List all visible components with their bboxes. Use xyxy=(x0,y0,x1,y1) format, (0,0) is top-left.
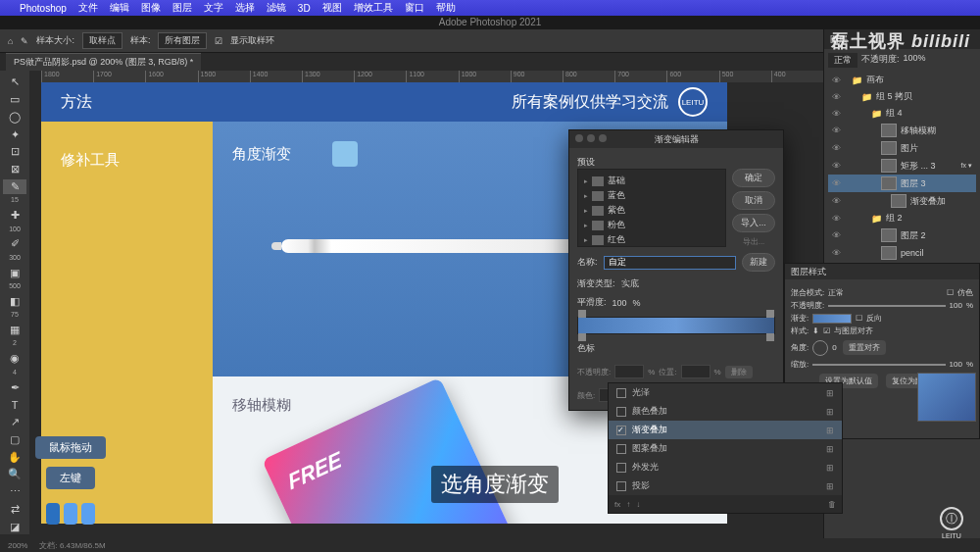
fx-add-icon[interactable]: ⊞ xyxy=(826,407,834,417)
sample-size-select[interactable]: 取样点 xyxy=(82,32,122,49)
layer-row[interactable]: 👁📁组 4 xyxy=(828,105,976,122)
opacity-stop[interactable] xyxy=(766,310,774,318)
zoom-level[interactable]: 200% xyxy=(8,541,27,550)
wand-tool-icon[interactable]: ✦ xyxy=(3,126,26,142)
ls-opacity[interactable]: 100 xyxy=(950,301,962,310)
visibility-icon[interactable]: 👁 xyxy=(832,92,844,102)
fx-checkbox[interactable] xyxy=(616,481,626,491)
fx-add-icon[interactable]: ⊞ xyxy=(826,444,834,454)
menu-view[interactable]: 视图 xyxy=(322,1,342,15)
minimize-icon[interactable] xyxy=(587,134,595,142)
menu-select[interactable]: 选择 xyxy=(235,1,255,15)
reset-align-button[interactable]: 重置对齐 xyxy=(843,340,886,355)
layer-row[interactable]: 👁pencil xyxy=(828,244,976,262)
preset-folder[interactable]: 基础 xyxy=(582,174,721,188)
brush-tool-icon[interactable]: ✐ xyxy=(3,236,26,252)
export-button[interactable]: 导出... xyxy=(732,236,775,247)
fx-checkbox[interactable] xyxy=(616,407,626,417)
fx-checkbox[interactable] xyxy=(616,444,626,454)
new-button[interactable]: 新建 xyxy=(742,253,775,272)
layer-row[interactable]: 👁📁画布 xyxy=(828,72,976,88)
path-tool-icon[interactable]: ↗ xyxy=(3,415,26,430)
eraser-tool-icon[interactable]: ◧ xyxy=(3,293,26,309)
visibility-icon[interactable]: 👁 xyxy=(832,109,844,119)
eyedropper-tool-icon[interactable]: ✎ xyxy=(3,179,26,195)
layer-row[interactable]: 👁矩形 ... 3fx ▾ xyxy=(828,157,976,175)
menu-image[interactable]: 图像 xyxy=(141,1,161,15)
visibility-icon[interactable]: 👁 xyxy=(832,196,844,206)
eyedropper-icon[interactable]: ✎ xyxy=(21,36,28,46)
more-tool-icon[interactable]: ⋯ xyxy=(3,484,26,500)
fx-icon[interactable]: fx xyxy=(614,500,620,509)
fx-item[interactable]: 颜色叠加⊞ xyxy=(609,402,842,421)
blend-select[interactable]: 正常 xyxy=(828,287,844,298)
layer-row[interactable]: 👁图层 3 xyxy=(828,175,976,192)
fx-add-icon[interactable]: ⊞ xyxy=(826,426,834,435)
stop-position-input[interactable] xyxy=(681,365,710,378)
visibility-icon[interactable]: 👁 xyxy=(832,125,844,135)
color-stop[interactable] xyxy=(766,333,774,341)
fx-checkbox[interactable] xyxy=(616,388,626,398)
fx-down-icon[interactable]: ↓ xyxy=(636,500,640,509)
fx-checkbox[interactable] xyxy=(616,426,626,435)
menu-help[interactable]: 帮助 xyxy=(436,1,456,15)
menu-file[interactable]: 文件 xyxy=(78,1,98,15)
layer-row[interactable]: 👁📁组 5 拷贝 xyxy=(828,88,976,105)
home-icon[interactable]: ⌂ xyxy=(8,36,13,46)
visibility-icon[interactable]: 👁 xyxy=(832,214,844,224)
preset-folder[interactable]: 蓝色 xyxy=(582,188,721,203)
fx-trash-icon[interactable]: 🗑 xyxy=(828,500,836,509)
visibility-icon[interactable]: 👁 xyxy=(832,248,844,258)
menu-window[interactable]: 窗口 xyxy=(405,1,424,15)
visibility-icon[interactable]: 👁 xyxy=(832,230,844,240)
blend-mode-select[interactable]: 正常 xyxy=(828,53,858,68)
layer-row[interactable]: 👁📁组 2 xyxy=(828,210,976,226)
lasso-tool-icon[interactable]: ◯ xyxy=(3,110,26,125)
fx-checkbox[interactable] xyxy=(616,463,626,473)
visibility-icon[interactable]: 👁 xyxy=(832,161,844,171)
layer-style-title[interactable]: 图层样式 xyxy=(785,264,979,279)
stamp-tool-icon[interactable]: ▣ xyxy=(3,265,26,280)
type-tool-icon[interactable]: T xyxy=(3,397,26,413)
fx-add-icon[interactable]: ⊞ xyxy=(826,481,834,491)
sample-select[interactable]: 所有图层 xyxy=(158,32,207,49)
menu-plugins[interactable]: 增效工具 xyxy=(354,1,393,15)
menu-filter[interactable]: 滤镜 xyxy=(267,1,286,15)
fx-item[interactable]: 图案叠加⊞ xyxy=(609,439,842,458)
heal-tool-icon[interactable]: ✚ xyxy=(3,208,26,224)
menu-edit[interactable]: 编辑 xyxy=(110,1,129,15)
document-tab[interactable]: PS做产品阴影.psd @ 200% (图层 3, RGB/8) * xyxy=(6,53,201,71)
layer-row[interactable]: 👁移轴模糊 xyxy=(828,122,976,139)
stop-opacity-input[interactable] xyxy=(614,365,644,378)
gradient-tool-icon[interactable]: ▦ xyxy=(3,323,26,338)
mac-menubar[interactable]: Photoshop 文件 编辑 图像 图层 文字 选择 滤镜 3D 视图 增效工… xyxy=(0,0,980,16)
fx-add-icon[interactable]: ⊞ xyxy=(826,463,834,473)
gradient-swatch[interactable] xyxy=(812,314,852,324)
visibility-icon[interactable]: 👁 xyxy=(832,143,844,153)
swap-colors-icon[interactable]: ⇄ xyxy=(3,501,26,517)
visibility-icon[interactable]: 👁 xyxy=(832,178,844,188)
smooth-value[interactable]: 100 xyxy=(612,298,627,308)
zoom-tool-icon[interactable]: 🔍 xyxy=(3,467,26,482)
gradient-bar[interactable] xyxy=(577,317,775,334)
frame-tool-icon[interactable]: ⊠ xyxy=(3,162,26,177)
type-select[interactable]: 实底 xyxy=(621,277,639,290)
angle-dial[interactable] xyxy=(812,340,828,356)
opacity-stop[interactable] xyxy=(578,310,586,318)
fx-item[interactable]: 外发光⊞ xyxy=(609,458,842,477)
layer-row[interactable]: 👁渐变叠加 xyxy=(828,192,976,210)
preset-folder[interactable]: 紫色 xyxy=(582,203,721,218)
layer-row[interactable]: 👁图片 xyxy=(828,139,976,157)
menu-photoshop[interactable]: Photoshop xyxy=(20,3,67,14)
show-ring-checkbox[interactable]: ☑ xyxy=(215,36,222,46)
preset-folder[interactable]: 红色 xyxy=(582,232,721,247)
move-tool-icon[interactable]: ↖ xyxy=(3,75,26,90)
ok-button[interactable]: 确定 xyxy=(732,169,775,187)
preset-folder[interactable]: 粉色 xyxy=(582,218,721,232)
opacity-value[interactable]: 100% xyxy=(904,53,926,68)
shape-tool-icon[interactable]: ▢ xyxy=(3,431,26,447)
color-stop[interactable] xyxy=(578,333,586,341)
menu-3d[interactable]: 3D xyxy=(298,3,311,14)
crop-tool-icon[interactable]: ⊡ xyxy=(3,144,26,160)
blur-tool-icon[interactable]: ◉ xyxy=(3,351,26,367)
